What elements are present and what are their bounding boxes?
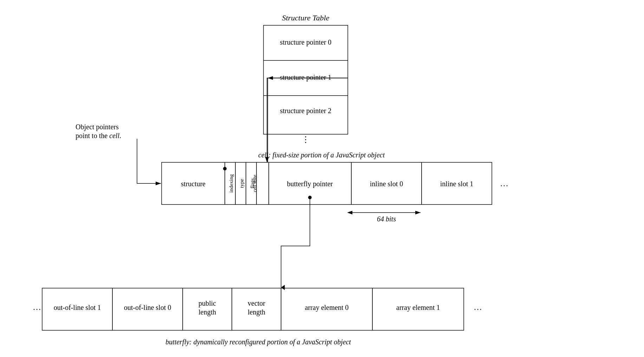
butterfly-pointer-arrow bbox=[281, 199, 310, 287]
out-of-line-slot-1-label: out-of-line slot 1 bbox=[54, 304, 101, 311]
type-cell-label: type bbox=[239, 179, 245, 188]
butterfly-left-ellipsis: … bbox=[33, 303, 41, 312]
object-pointers-text-line1: Object pointers bbox=[76, 123, 119, 131]
cell-state-label: cell state bbox=[252, 175, 258, 192]
cell-right-ellipsis: … bbox=[500, 179, 508, 188]
indexing-cell-label: indexing bbox=[228, 174, 234, 193]
object-pointers-text-line2: point to the cell. bbox=[76, 132, 121, 140]
public-length-label-line1: public bbox=[199, 299, 216, 307]
64-bits-label: 64 bits bbox=[377, 215, 396, 223]
cell-label: cell: fixed-size portion of a JavaScript… bbox=[258, 151, 385, 159]
cell-state-box bbox=[256, 162, 269, 205]
object-pointer-arrow bbox=[137, 139, 161, 183]
array-element-1-label: array element 1 bbox=[396, 304, 440, 312]
butterfly-dot bbox=[308, 196, 312, 199]
array-element-0-label: array element 0 bbox=[305, 304, 349, 312]
butterfly-right-ellipsis: … bbox=[474, 303, 482, 312]
structure-table-title: Structure Table bbox=[282, 13, 330, 22]
diagram: Structure Table structure pointer 0 stru… bbox=[0, 0, 644, 357]
structure-pointer-1-label: structure pointer 1 bbox=[280, 73, 332, 82]
structure-table-ellipsis: ⋮ bbox=[301, 135, 310, 144]
structure-pointer-2-label: structure pointer 2 bbox=[280, 107, 332, 115]
inline-slot-0-label: inline slot 0 bbox=[370, 180, 403, 188]
out-of-line-slot-0-label: out-of-line slot 0 bbox=[124, 304, 171, 311]
butterfly-pointer-label: butterfly pointer bbox=[287, 180, 333, 188]
structure-pointer-0-label: structure pointer 0 bbox=[280, 38, 332, 46]
butterfly-bottom-label: butterfly: dynamically reconfigured port… bbox=[165, 338, 351, 346]
inline-slot-1-label: inline slot 1 bbox=[440, 180, 473, 188]
structure-cell-label: structure bbox=[181, 180, 206, 188]
public-length-label-line2: length bbox=[199, 308, 216, 316]
vector-length-label-line2: length bbox=[248, 308, 265, 316]
structure-dot bbox=[223, 167, 227, 170]
vector-length-label-line1: vector bbox=[248, 299, 265, 307]
